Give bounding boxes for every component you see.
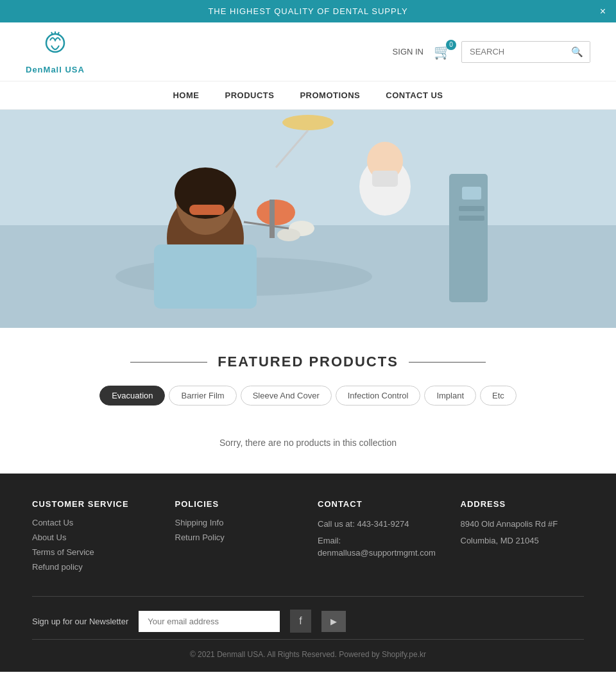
newsletter-row: Sign up for our Newsletter f ▶ <box>32 596 584 639</box>
copyright: © 2021 Denmall USA. All Rights Reserved.… <box>32 639 584 659</box>
copyright-text: © 2021 Denmall USA. All Rights Reserved.… <box>190 650 426 659</box>
footer-link-refund[interactable]: Refund policy <box>32 562 156 572</box>
hero-image <box>0 110 616 328</box>
footer-contact: CONTACT Call us at: 443-341-9274 Email: … <box>318 499 441 577</box>
tab-barrier-film[interactable]: Barrier Film <box>169 386 236 406</box>
featured-section: FEATURED PRODUCTS Evacuation Barrier Fil… <box>0 328 616 474</box>
sign-in-link[interactable]: SIGN IN <box>393 47 424 56</box>
newsletter-submit-button[interactable]: ▶ <box>321 611 346 632</box>
search-form: 🔍 <box>461 41 590 63</box>
search-input[interactable] <box>462 42 565 61</box>
logo-icon <box>37 29 73 65</box>
newsletter-input[interactable] <box>139 611 280 632</box>
nav-item-contact[interactable]: CONTACT US <box>386 90 443 100</box>
search-button[interactable]: 🔍 <box>565 42 590 62</box>
logo[interactable]: DenMall USA <box>26 29 85 74</box>
tab-sleeve-and-cover[interactable]: Sleeve And Cover <box>241 386 332 406</box>
footer-grid: CUSTOMER SERVICE Contact Us About Us Ter… <box>32 499 584 577</box>
tab-infection-control[interactable]: Infection Control <box>336 386 421 406</box>
footer-customer-service: CUSTOMER SERVICE Contact Us About Us Ter… <box>32 499 156 577</box>
customer-service-title: CUSTOMER SERVICE <box>32 499 156 509</box>
main-nav: HOME PRODUCTS PROMOTIONS CONTACT US <box>0 81 616 110</box>
title-line-right <box>409 362 486 363</box>
header-actions: SIGN IN 🛒 0 🔍 <box>393 41 590 63</box>
tab-evacuation[interactable]: Evacuation <box>99 386 165 406</box>
announcement-text: THE HIGHEST QUALITY OF DENTAL SUPPLY <box>208 6 407 16</box>
footer-link-contact-us[interactable]: Contact Us <box>32 518 156 527</box>
svg-rect-20 <box>462 187 481 200</box>
logo-text: DenMall USA <box>26 65 85 74</box>
policies-title: POLICIES <box>175 499 299 509</box>
footer-link-return[interactable]: Return Policy <box>175 533 299 542</box>
svg-rect-10 <box>154 244 257 309</box>
address-line1: 8940 Old Annapolis Rd #F <box>461 518 585 531</box>
svg-point-17 <box>277 228 300 241</box>
tab-implant[interactable]: Implant <box>424 386 476 406</box>
footer-link-about-us[interactable]: About Us <box>32 533 156 542</box>
svg-rect-25 <box>189 205 225 215</box>
nav-item-promotions[interactable]: PROMOTIONS <box>300 90 360 100</box>
newsletter-facebook-button[interactable]: f <box>290 610 311 633</box>
nav-item-products[interactable]: PRODUCTS <box>225 90 274 100</box>
contact-email: Email: denmallusa@supportmgmt.com <box>318 534 441 560</box>
featured-title: FEATURED PRODUCTS <box>218 354 398 370</box>
svg-rect-15 <box>372 171 398 187</box>
contact-phone: Call us at: 443-341-9274 <box>318 518 441 531</box>
close-announcement-button[interactable]: × <box>600 6 606 17</box>
svg-rect-12 <box>270 200 275 238</box>
cart-button[interactable]: 🛒 0 <box>434 44 451 60</box>
footer-link-terms[interactable]: Terms of Service <box>32 547 156 557</box>
newsletter-label: Sign up for our Newsletter <box>32 617 128 626</box>
svg-point-11 <box>257 200 295 225</box>
tab-etc[interactable]: Etc <box>480 386 517 406</box>
cart-badge: 0 <box>446 40 456 50</box>
svg-point-23 <box>282 115 334 130</box>
title-line-left <box>130 362 207 363</box>
footer-link-shipping[interactable]: Shipping Info <box>175 518 299 527</box>
svg-rect-22 <box>459 216 484 221</box>
svg-rect-21 <box>459 206 484 211</box>
announcement-bar: THE HIGHEST QUALITY OF DENTAL SUPPLY × <box>0 0 616 22</box>
footer-address: ADDRESS 8940 Old Annapolis Rd #F Columbi… <box>461 499 585 577</box>
address-line2: Columbia, MD 21045 <box>461 534 585 547</box>
contact-title: CONTACT <box>318 499 441 509</box>
address-title: ADDRESS <box>461 499 585 509</box>
category-tabs: Evacuation Barrier Film Sleeve And Cover… <box>13 386 603 406</box>
footer-policies: POLICIES Shipping Info Return Policy <box>175 499 299 577</box>
no-products-message: Sorry, there are no products in this col… <box>13 425 603 454</box>
featured-title-wrapper: FEATURED PRODUCTS <box>13 354 603 370</box>
header: DenMall USA SIGN IN 🛒 0 🔍 <box>0 22 616 81</box>
footer: CUSTOMER SERVICE Contact Us About Us Ter… <box>0 474 616 672</box>
nav-item-home[interactable]: HOME <box>173 90 199 100</box>
